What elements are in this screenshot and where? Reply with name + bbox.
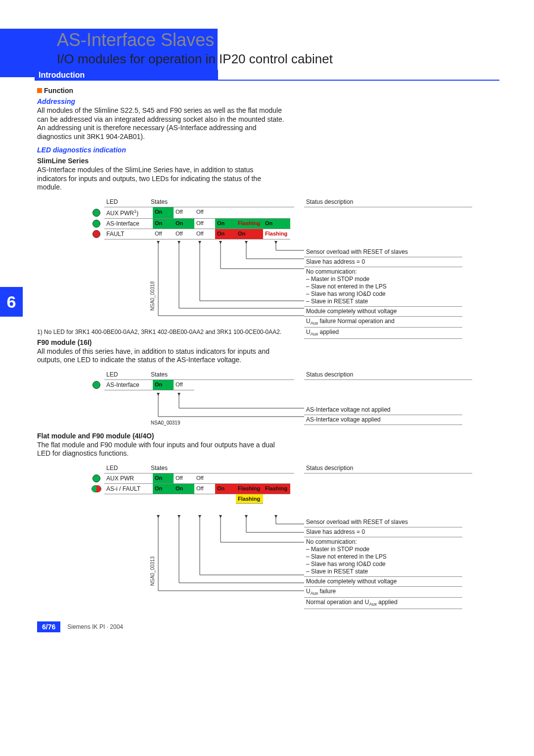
col-led: LED [104, 197, 120, 207]
row-auxpwr-label: AUX PWR1) [104, 207, 153, 219]
cell [236, 207, 263, 219]
chapter-number-tab: 6 [0, 287, 23, 317]
col-status-desc: Status description [304, 197, 355, 207]
cell: Off [174, 229, 194, 239]
cell: On [236, 229, 263, 239]
cell: On [153, 484, 174, 494]
cell: On [174, 219, 194, 229]
nsa-code: NSA0_00313 [150, 556, 155, 586]
status-item: No communication: – Master in STOP mode … [304, 267, 462, 307]
led-green-icon [92, 474, 100, 482]
cell [215, 473, 236, 484]
cell: Off [174, 473, 194, 484]
cell-flashing-yellow: Flashing [236, 494, 263, 504]
cell: Flashing [263, 229, 290, 239]
status-item: No communication: – Master in STOP mode … [304, 537, 462, 577]
led-red-icon [92, 230, 100, 238]
led-diag-heading: LED diagnostics indication [37, 146, 499, 154]
cell [263, 473, 290, 484]
status-item: UAux failure [304, 587, 462, 598]
status-item: AS-Interface voltage applied [304, 415, 462, 425]
addressing-text: All modules of the Slimline S22.5, S45 a… [37, 106, 284, 141]
cell: Off [174, 207, 194, 219]
cell: On [153, 473, 174, 484]
intro-tab: Introduction [35, 70, 218, 81]
nsa-code: NSA0_00319 [151, 420, 180, 425]
status-item: AS-Interface voltage not applied [304, 405, 462, 415]
status-item: UAux applied [304, 328, 462, 339]
cell [215, 207, 236, 219]
page-number-badge: 6/76 [37, 621, 60, 632]
cell: Off [174, 380, 194, 390]
status-item: Sensor overload with RESET of slaves [304, 518, 462, 527]
row-fault-label: FAULT [104, 229, 153, 239]
cell: Off [194, 484, 215, 494]
cell: Off [194, 219, 215, 229]
function-heading: Function [44, 87, 73, 94]
slimline-diagram: LED States Status description AUX PWR1) … [91, 197, 472, 326]
cell: Off [153, 229, 174, 239]
cell [236, 473, 263, 484]
cell: On [174, 484, 194, 494]
cell: On [215, 229, 236, 239]
slimline-heading: SlimLine Series [37, 157, 499, 165]
cell: On [153, 380, 174, 390]
flat-diagram: LED States Status description AUX PWR On… [91, 463, 472, 602]
status-item: Sensor overload with RESET of slaves [304, 247, 462, 257]
status-item: Module completely without voltage [304, 577, 462, 587]
cell: Off [194, 229, 215, 239]
footer-text: Siemens IK PI · 2004 [67, 623, 123, 630]
col-led: LED [104, 370, 120, 379]
page-subtitle: I/O modules for operation in IP20 contro… [57, 51, 499, 67]
cell: Flashing [236, 219, 263, 229]
cell: On [263, 219, 290, 229]
dual-led-icon [91, 485, 101, 492]
row-asi-label: AS-Interface [104, 219, 153, 229]
cell: On [153, 219, 174, 229]
cell [263, 207, 290, 219]
status-item: Slave has address = 0 [304, 257, 462, 267]
bullet-icon [37, 88, 42, 93]
addressing-heading: Addressing [37, 97, 499, 105]
row-asifault-label: AS-i / FAULT [104, 484, 153, 494]
f90-diagram: LED States Status description AS-Interfa… [91, 370, 472, 429]
status-item: UAux failure Normal operation and [304, 317, 462, 328]
col-states: States [149, 463, 170, 473]
led-green-icon [92, 209, 100, 217]
f90-16i-heading: F90 module (16I) [37, 338, 499, 346]
row-auxpwr-label: AUX PWR [104, 473, 153, 484]
cell: On [215, 484, 236, 494]
page-title: AS-Interface Slaves [57, 30, 499, 50]
cell: Flashing [236, 484, 263, 494]
col-states: States [149, 370, 170, 379]
status-item: Slave has address = 0 [304, 527, 462, 537]
col-states: States [149, 197, 170, 207]
col-status-desc: Status description [304, 370, 355, 379]
slimline-text: AS-Interface modules of the SlimLine Ser… [37, 166, 284, 192]
f90-16i-text: All modules of this series have, in addi… [37, 347, 284, 365]
cell: Flashing [263, 484, 290, 494]
cell: Off [194, 473, 215, 484]
cell: Off [194, 207, 215, 219]
col-status-desc: Status description [304, 463, 355, 473]
row-asi-label: AS-Interface [104, 380, 153, 390]
flat-heading: Flat module and F90 module (4I/4O) [37, 432, 499, 440]
flat-text: The flat module and F90 module with four… [37, 441, 284, 458]
cell: On [153, 207, 174, 219]
led-green-icon [92, 220, 100, 228]
nsa-code: NSA0_00318 [150, 281, 155, 311]
col-led: LED [104, 463, 120, 473]
status-item: Normal operation and UAux applied [304, 598, 462, 609]
cell: On [215, 219, 236, 229]
status-item: Module completely without voltage [304, 307, 462, 317]
led-green-icon [92, 381, 100, 389]
